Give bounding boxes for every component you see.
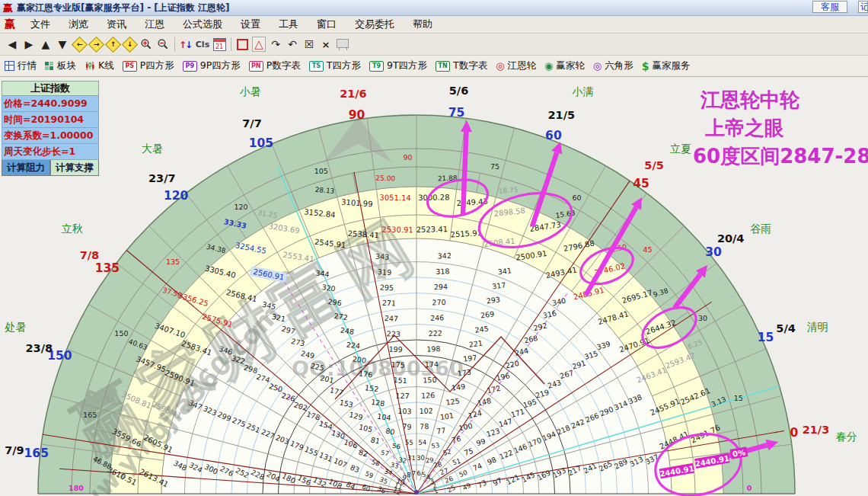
svg-text:173: 173 (457, 368, 471, 378)
svg-text:3000.28: 3000.28 (418, 193, 450, 202)
menu-bar: 赢 文件浏览资讯江恩公式选股设置工具窗口交易委托帮助 (0, 16, 868, 34)
svg-text:15: 15 (734, 394, 743, 402)
ribbon-item-T数字表[interactable]: TNT数字表 (436, 59, 487, 72)
menu-item-1[interactable]: 文件 (21, 16, 59, 33)
svg-text:25.00: 25.00 (375, 174, 395, 183)
svg-text:120: 120 (235, 203, 248, 211)
svg-text:5/4: 5/4 (776, 322, 795, 334)
svg-text:78: 78 (420, 422, 429, 430)
t9-badge: T9 (369, 61, 384, 72)
price-row: 价格=2440.9099 (2, 96, 99, 112)
box-x-icon[interactable]: ☒ (302, 37, 317, 53)
svg-text:30: 30 (705, 245, 722, 259)
svg-text:29: 29 (425, 456, 434, 464)
svg-text:79: 79 (402, 422, 412, 431)
svg-text:135: 135 (166, 258, 180, 266)
cls-button[interactable]: Cls (195, 37, 210, 53)
svg-text:5/6: 5/6 (449, 85, 468, 97)
updown-arrows-icon[interactable]: ↑↓ (178, 37, 193, 53)
main-toolbar: ◀▶▲▼←→↑↓↑↓Cls21△↷↶☒× (0, 34, 868, 56)
svg-text:270: 270 (432, 298, 446, 307)
easel-icon[interactable] (335, 37, 350, 53)
menu-item-8[interactable]: 窗口 (308, 16, 346, 33)
svg-text:342: 342 (437, 251, 452, 261)
svg-text:198: 198 (426, 344, 441, 354)
triangle-tool-icon[interactable]: △ (251, 37, 266, 53)
menu-item-4[interactable]: 江恩 (136, 16, 174, 33)
svg-text:小暑: 小暑 (240, 85, 261, 98)
svg-text:150: 150 (423, 376, 437, 385)
svg-text:23/8: 23/8 (25, 342, 53, 354)
window-title: 赢家江恩专业版[赢家服务平台] - [上证指数 江恩轮] (17, 2, 229, 14)
forward-icon[interactable]: ▶ (21, 37, 37, 53)
pan-right-icon[interactable]: → (88, 37, 104, 53)
zoom-in-icon[interactable] (139, 37, 154, 53)
hexagon-icon: ◎ (593, 61, 602, 71)
ribbon-item-江恩轮[interactable]: ◎江恩轮 (496, 59, 536, 72)
svg-text:90: 90 (349, 108, 365, 122)
menu-item-10[interactable]: 帮助 (404, 16, 442, 33)
ps-badge: PS (123, 61, 137, 72)
svg-text:295: 295 (380, 283, 394, 292)
calendar-icon[interactable]: 21 (212, 37, 227, 53)
svg-text:125: 125 (445, 397, 460, 407)
ribbon-item-六角形[interactable]: ◎六角形 (593, 59, 633, 72)
menu-item-6[interactable]: 设置 (231, 16, 270, 33)
svg-text:174: 174 (425, 360, 439, 369)
svg-text:20/4: 20/4 (717, 232, 745, 245)
zoom-out-icon[interactable] (155, 37, 171, 53)
back-icon[interactable]: ◀ (5, 37, 20, 53)
ribbon-toolbar: 行情板块K线PSP四方形P99P四方形PNP数字表TST四方形T99T四方形TN… (0, 56, 868, 77)
pn-badge: PN (249, 61, 263, 72)
ribbon-item-K线[interactable]: K线 (85, 59, 114, 72)
calc-resistance-button[interactable]: 计算阻力 (2, 160, 50, 176)
rotate-ccw-icon[interactable]: ↶ (285, 37, 300, 53)
converge-icon[interactable]: × (318, 37, 333, 53)
ribbon-item-行情[interactable]: 行情 (5, 59, 37, 72)
application-window: 赢 赢家江恩专业版[赢家服务平台] - [上证指数 江恩轮] 客服 记 赢 文件… (0, 0, 868, 496)
ribbon-item-P数字表[interactable]: PNP数字表 (249, 59, 301, 72)
winner-wheel-icon: ◉ (544, 61, 553, 71)
ribbon-item-9T四方形[interactable]: T99T四方形 (369, 59, 427, 72)
brand-logo-icon: 赢 (5, 18, 15, 31)
svg-text:23/7: 23/7 (148, 172, 176, 184)
ribbon-item-9P四方形[interactable]: P99P四方形 (183, 59, 241, 72)
svg-text:45: 45 (643, 245, 653, 254)
pan-down-icon[interactable]: ↓ (122, 37, 137, 53)
calc-support-button[interactable]: 计算支撑 (50, 160, 99, 176)
pan-left-icon[interactable]: ← (72, 37, 87, 53)
pointer-up-icon[interactable]: ▲ (38, 37, 53, 53)
wheel-annotation: 江恩轮中轮 上帝之眼 60度区间2847-2898 (693, 86, 868, 171)
ribbon-item-T四方形[interactable]: TST四方形 (309, 59, 361, 72)
separator (172, 37, 177, 53)
ribbon-item-赢家服务[interactable]: $赢家服务 (642, 59, 691, 72)
svg-text:21/3: 21/3 (803, 424, 830, 436)
menu-item-9[interactable]: 交易委托 (346, 16, 404, 33)
partial-button[interactable]: 记 (858, 1, 868, 13)
menu-item-7[interactable]: 工具 (270, 16, 308, 33)
pan-up-icon[interactable]: ↑ (105, 37, 120, 53)
ts-badge: TS (309, 61, 324, 72)
svg-text:77: 77 (436, 426, 446, 435)
customer-service-button[interactable]: 客服 (812, 1, 847, 13)
svg-text:90: 90 (403, 153, 412, 162)
ribbon-item-P四方形[interactable]: PSP四方形 (123, 59, 174, 72)
instrument-title: 上证指数 (2, 81, 99, 96)
pointer-down-icon[interactable]: ▼ (55, 37, 70, 53)
ribbon-item-板块[interactable]: 板块 (45, 59, 76, 72)
svg-text:175: 175 (391, 360, 405, 370)
rotate-cw-icon[interactable]: ↷ (268, 37, 283, 53)
svg-text:165: 165 (24, 446, 49, 460)
menu-item-5[interactable]: 公式选股 (174, 16, 231, 33)
svg-text:103: 103 (397, 407, 412, 416)
svg-text:2530.91: 2530.91 (381, 225, 413, 234)
menu-item-2[interactable]: 浏览 (59, 16, 97, 33)
svg-text:101: 101 (439, 411, 454, 421)
svg-text:223: 223 (386, 329, 400, 338)
svg-text:53: 53 (431, 441, 440, 450)
chart-area[interactable]: 赢家财富网www.yingjia360.comQQ:10080036012345… (0, 77, 868, 496)
rect-tool-icon[interactable] (235, 37, 250, 53)
ribbon-item-赢家轮[interactable]: ◉赢家轮 (544, 59, 585, 72)
svg-text:15: 15 (758, 331, 774, 344)
menu-item-3[interactable]: 资讯 (97, 16, 136, 33)
